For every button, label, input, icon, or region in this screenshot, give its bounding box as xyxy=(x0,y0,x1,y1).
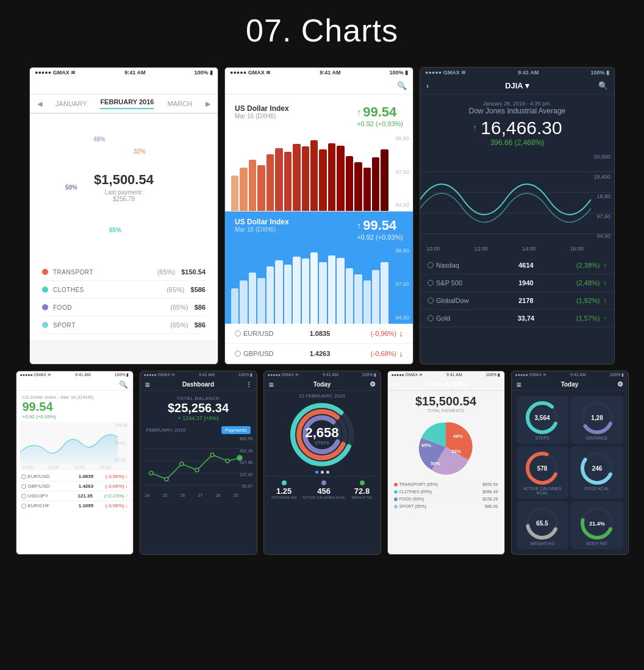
bar-light-18 xyxy=(381,149,388,211)
status-bar-sm1: ●●●●● GMAX ≋ 9:41 AM 100% ▮ xyxy=(16,371,133,379)
search-icon-djia[interactable]: 🔍 xyxy=(598,81,608,90)
bar-dark-11 xyxy=(319,262,326,324)
legend-pct-clothes: (65%) xyxy=(166,286,184,293)
gear-sm5[interactable]: ⚙ xyxy=(617,380,623,388)
month-feb[interactable]: FEBRUARY 2016 xyxy=(100,98,154,109)
bar-dark-18 xyxy=(381,262,388,324)
gear-sm3[interactable]: ⚙ xyxy=(370,380,376,388)
sm5-calories-lbl: ACTIVE CALORIES KCAL xyxy=(519,486,567,495)
month-mar[interactable]: MARCH xyxy=(168,100,192,107)
sm2-chart: $60,50 482,35 327,80 107,60 50,07 xyxy=(140,437,257,497)
bar-dark-13 xyxy=(337,258,344,324)
clock-icon-2 xyxy=(235,351,241,357)
search-sm1[interactable]: 🔍 xyxy=(119,380,128,389)
sm2-x-axis: 24 25 26 27 28 29 xyxy=(145,493,238,497)
next-month-arrow[interactable]: ▶ xyxy=(206,100,210,108)
sm3-steps-label: STEPS xyxy=(305,441,338,445)
bar-chart-light: 98,80 97,60 94,50 xyxy=(225,132,413,212)
sm1-change: +0.92 (+0,93%) xyxy=(23,414,127,419)
djia-x-4: 16:00 xyxy=(570,246,584,252)
bar-light-2 xyxy=(240,168,247,211)
back-icon-usdollar[interactable]: ‹ xyxy=(231,81,234,90)
more-sm4[interactable]: ⋮ xyxy=(493,381,499,388)
sm2-payments-btn[interactable]: Payments xyxy=(221,426,251,434)
signal-sm2: ●●●●● GMAX ≋ xyxy=(144,372,176,377)
sm1-rate-2: 1.4263 xyxy=(66,483,106,489)
more-sm2[interactable]: ⋮ xyxy=(246,381,252,388)
sm3-calories-lbl: ACTIVE CALORIES KCAL xyxy=(302,496,346,499)
screen-sm-rings: ●●●●● GMAX ≋ 9:41 AM 100% ▮ ≡ Today ⚙ 3,… xyxy=(511,371,629,555)
back-sm1[interactable]: ‹ xyxy=(21,380,24,390)
sm5-ring-food-svg: 246 xyxy=(579,450,615,486)
y-dark-3: 94,50 xyxy=(395,315,409,321)
stock-change-dark: +0.92 (+0,93%) xyxy=(357,233,403,241)
nav-title-sm4: February 2016 xyxy=(425,381,467,388)
sm1-arrow-1: ↓ xyxy=(126,474,128,479)
prev-month-arrow[interactable]: ◀ xyxy=(37,100,42,108)
sm1-chg-1: (-0,96%) xyxy=(106,474,124,479)
sm3-rings: 2,658 STEPS xyxy=(264,401,381,468)
dot-3 xyxy=(326,471,329,474)
sm1-x-axis: 10:00 12:00 14:00 16:00 xyxy=(23,465,111,469)
bar-light-14 xyxy=(346,156,353,211)
sm4-dot-sport xyxy=(394,505,398,508)
bar-dark-1 xyxy=(231,288,238,324)
time-sm4: 9:41 AM xyxy=(446,372,462,377)
currency-row-gbpusd: GBP/USD 1.4263 (-0,68%) ↓ xyxy=(225,344,413,364)
sm3-metric-weight: 72.8 WEIGHT KG xyxy=(351,480,372,499)
menu-icon-charges[interactable]: ≡ xyxy=(207,81,212,90)
sm2-amount: $25,256.34 xyxy=(140,401,257,415)
djia-x-1: 10:00 xyxy=(426,246,440,252)
bar-light-12 xyxy=(328,143,335,211)
sm1-price: 99.54 xyxy=(23,400,127,414)
menu-sm4[interactable]: ≡ xyxy=(393,380,398,389)
sm1-curr-3: USD/JPY 121.35 (+2,23%) ↑ xyxy=(16,491,133,501)
sm2-balance: TOTAL BALANCE $25,256.34 + 1244.37 (+8%) xyxy=(140,391,257,424)
djia-chart-svg xyxy=(420,151,591,239)
legend-val-sport: $86 xyxy=(195,321,206,329)
svg-text:246: 246 xyxy=(592,465,602,472)
stock-sub-dark: Mar 16 (DXH6) xyxy=(235,226,289,233)
menu-sm2[interactable]: ≡ xyxy=(145,380,150,390)
sm1-chart-svg xyxy=(20,422,118,471)
legend-dot-clothes xyxy=(42,287,48,293)
stock-row-sp500: S&P 500 1940 (2,48%) ↑ xyxy=(420,274,614,292)
sm5-ring-distance: 1,28 DISTANCE xyxy=(571,396,623,444)
stock-arrow-gold: ↑ xyxy=(604,315,607,322)
stock-name-gold: Gold xyxy=(428,315,501,322)
sm1-title: US Dollar Index - Mar 16 (DXH6) xyxy=(23,394,127,400)
signal-sm1: ●●●●● GMAX ≋ xyxy=(20,372,52,377)
svg-text:578: 578 xyxy=(537,465,548,472)
clock-sm1-4 xyxy=(21,504,26,508)
bar-dark-6 xyxy=(275,260,282,324)
nav-bar-sm2: ≡ Dashboard ⋮ xyxy=(140,379,257,391)
arrow-up-dark: ↑ xyxy=(357,221,361,230)
charges-legend: TRANSPORT (65%) $150.54 CLOTHES (65%) $5… xyxy=(30,257,218,340)
djia-y-5: 94,50 xyxy=(593,233,610,239)
battery-sm3: 100% ▮ xyxy=(362,372,377,377)
stock-chg-sp500: (2,48%) xyxy=(551,279,600,287)
legend-name-food: FOOD xyxy=(53,304,170,311)
signal-sm5: ●●●●● GMAX ≋ xyxy=(515,372,547,377)
stock-val-globaldow: 2178 xyxy=(501,297,551,304)
sm4-legend-sport: SPORT (65%) $86.00 xyxy=(394,503,498,510)
sm3-calories-val: 456 xyxy=(302,486,346,496)
legend-pct-transport: (65%) xyxy=(157,268,175,276)
currency-change-2: (-0,68%) xyxy=(345,350,396,357)
bar-dark-10 xyxy=(310,252,318,324)
menu-sm3[interactable]: ≡ xyxy=(269,380,274,390)
month-jan[interactable]: JANUARY xyxy=(55,100,87,107)
status-bar-3: ●●●●● GMAX ≋ 9:41 AM 100% ▮ xyxy=(420,68,614,77)
bar-dark-8 xyxy=(293,257,300,324)
back-icon-djia[interactable]: ‹ xyxy=(426,81,429,90)
sm1-pair-2: GBP/USD xyxy=(28,483,67,489)
sm3-metrics: 1.25 DISTANCE KM 456 ACTIVE CALORIES KCA… xyxy=(264,476,381,503)
screen-djia: ●●●●● GMAX ≋ 9:41 AM 100% ▮ ‹ DJIA ▾ 🔍 J… xyxy=(420,67,615,365)
time-sm3: 9:41 AM xyxy=(323,372,338,377)
bar-dark-4 xyxy=(257,278,265,324)
time-sm2: 9:41 AM xyxy=(199,372,215,377)
donut-label-32: 32% xyxy=(134,148,146,155)
search-icon-usdollar[interactable]: 🔍 xyxy=(397,81,407,90)
menu-sm5[interactable]: ≡ xyxy=(517,380,521,390)
status-bar-sm5: ●●●●● GMAX ≋ 9:41 AM 100% ▮ xyxy=(512,371,628,379)
